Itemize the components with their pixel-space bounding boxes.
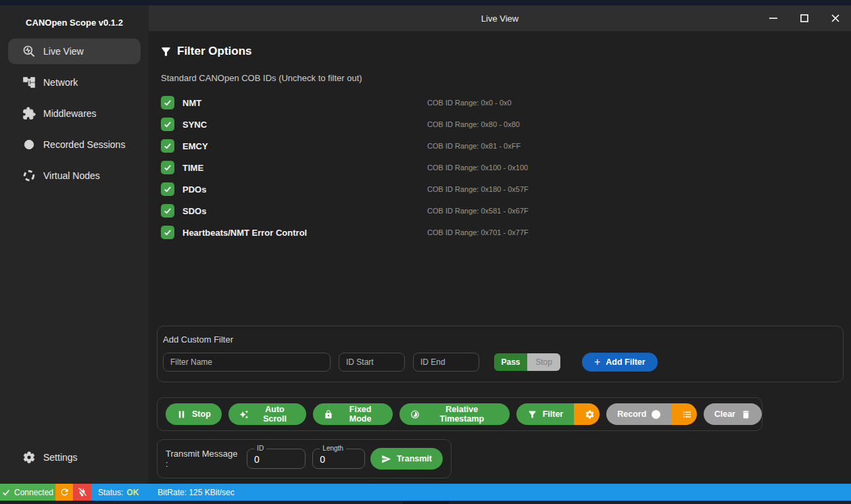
sidebar-item-live-view[interactable]: Live View [8, 39, 141, 64]
stop-label: Stop [192, 409, 211, 419]
sidebar-item-label: Live View [43, 46, 84, 57]
toolbar-panel: Stop Auto Scroll Fixed Mode Relative Tim… [157, 397, 762, 431]
connected-status-button[interactable]: Connected [0, 484, 55, 501]
cob-ids-subtitle: Standard CANOpen COB IDs (Uncheck to fil… [149, 58, 851, 83]
cob-range: COB ID Range: 0x180 - 0x57F [427, 185, 529, 193]
minimize-button[interactable] [758, 5, 789, 31]
transmit-length-field: Length [312, 449, 365, 469]
checkbox-checked[interactable] [161, 226, 174, 239]
stop-button[interactable]: Stop [166, 403, 222, 425]
status-value: OK [126, 488, 139, 497]
checkbox-checked[interactable] [161, 204, 174, 218]
add-custom-filter-title: Add Custom Filter [163, 334, 837, 345]
taskbar-peek [403, 501, 449, 504]
cob-row-nmt: NMT COB ID Range: 0x0 - 0x0 [149, 92, 851, 114]
plus-icon: + [594, 357, 600, 368]
fixed-mode-label: Fixed Mode [339, 405, 382, 424]
maximize-button[interactable] [789, 5, 820, 31]
filter-name-input[interactable] [163, 353, 331, 372]
refresh-icon [59, 487, 70, 497]
relative-timestamp-label: Relative Timestamp [425, 405, 499, 424]
sidebar-item-recorded-sessions[interactable]: Recorded Sessions [8, 132, 141, 157]
lock-icon [324, 409, 333, 420]
add-custom-filter-panel: Add Custom Filter Pass Stop + Add Filter [157, 326, 844, 382]
sidebar-nav: Live View Network Middlewares Recorded S… [8, 39, 141, 194]
transmit-id-field: ID [247, 449, 306, 469]
transmit-length-label: Length [320, 445, 346, 452]
cob-range: COB ID Range: 0x0 - 0x0 [427, 99, 512, 107]
cob-row-heartbeats: Heartbeats/NMT Error Control COB ID Rang… [149, 222, 851, 243]
pass-option[interactable]: Pass [494, 353, 527, 371]
close-button[interactable] [820, 5, 851, 31]
record-circle-icon [22, 137, 37, 152]
send-icon [381, 454, 391, 464]
pass-stop-toggle[interactable]: Pass Stop [494, 353, 560, 371]
connected-label: Connected [14, 488, 53, 497]
status-bar: Connected Status: OK BitRate: 125 KBit/s… [0, 484, 851, 501]
cob-id-list: NMT COB ID Range: 0x0 - 0x0 SYNC COB ID … [149, 92, 851, 243]
cob-range: COB ID Range: 0x100 - 0x100 [427, 163, 528, 172]
id-start-input[interactable] [339, 353, 405, 372]
cob-label: Heartbeats/NMT Error Control [183, 228, 307, 238]
fixed-mode-button[interactable]: Fixed Mode [313, 403, 393, 425]
puzzle-piece-icon [22, 106, 37, 121]
transmit-button[interactable]: Transmit [370, 448, 443, 470]
pause-icon [176, 409, 187, 420]
gear-icon [585, 409, 595, 420]
record-button[interactable]: Record [606, 403, 671, 425]
cob-range: COB ID Range: 0x80 - 0x80 [427, 120, 520, 128]
auto-scroll-label: Auto Scroll [254, 405, 296, 424]
transmit-message-label: Transmit Message : [166, 449, 240, 469]
id-end-input[interactable] [413, 353, 479, 372]
relative-timestamp-button[interactable]: Relative Timestamp [399, 403, 510, 425]
trash-icon [741, 409, 751, 420]
sidebar-item-virtual-nodes[interactable]: Virtual Nodes [8, 163, 141, 188]
cob-range: COB ID Range: 0x581 - 0x67F [427, 207, 529, 215]
list-icon [682, 409, 692, 420]
custom-filter-controls: Pass Stop + Add Filter [163, 353, 837, 372]
clear-button[interactable]: Clear [704, 403, 762, 425]
cob-row-sdos: SDOs COB ID Range: 0x581 - 0x67F [149, 200, 851, 222]
auto-scroll-button[interactable]: Auto Scroll [228, 403, 307, 425]
cob-range: COB ID Range: 0x701 - 0x77F [427, 228, 529, 236]
filter-button[interactable]: Filter [516, 403, 575, 425]
checkbox-checked[interactable] [161, 118, 174, 131]
sidebar-item-label: Recorded Sessions [43, 139, 125, 150]
cob-row-sync: SYNC COB ID Range: 0x80 - 0x80 [149, 114, 851, 135]
gear-icon [22, 450, 37, 465]
cob-row-pdos: PDOs COB ID Range: 0x180 - 0x57F [149, 178, 851, 200]
sidebar-item-settings[interactable]: Settings [8, 445, 141, 470]
checkbox-checked[interactable] [161, 161, 174, 174]
disconnect-button[interactable] [73, 484, 91, 501]
record-label: Record [617, 409, 646, 419]
timelapse-clock-icon [410, 409, 420, 420]
titlebar: Live View [149, 5, 851, 31]
transmit-length-input[interactable] [313, 449, 364, 468]
main-content: Filter Options Standard CANOpen COB IDs … [149, 31, 851, 484]
sidebar-item-network[interactable]: Network [8, 70, 141, 95]
sidebar-item-middlewares[interactable]: Middlewares [8, 101, 141, 126]
filter-label: Filter [543, 409, 564, 419]
record-list-button[interactable] [671, 403, 696, 425]
cob-row-emcy: EMCY COB ID Range: 0x81 - 0xFF [149, 135, 851, 157]
cob-label: EMCY [183, 141, 208, 151]
network-tree-icon [22, 75, 37, 90]
checkbox-checked[interactable] [161, 182, 174, 196]
reconnect-button[interactable] [55, 484, 73, 501]
sidebar-item-label: Network [43, 77, 78, 88]
cob-label: PDOs [183, 184, 206, 195]
scope-search-icon [22, 44, 37, 59]
dashed-circle-icon [22, 168, 37, 183]
app-window: CANOpen Scope v0.1.2 Live View Network M… [0, 0, 851, 504]
checkbox-checked[interactable] [161, 96, 174, 109]
sidebar-item-label: Middlewares [43, 108, 97, 119]
filter-settings-button[interactable] [574, 403, 600, 425]
checkbox-checked[interactable] [161, 139, 174, 153]
transmit-id-input[interactable] [247, 449, 305, 468]
record-button-group: Record [606, 403, 696, 425]
status-label: Status: [98, 488, 123, 497]
add-filter-button[interactable]: + Add Filter [582, 353, 658, 372]
cob-row-time: TIME COB ID Range: 0x100 - 0x100 [149, 157, 851, 178]
stop-option[interactable]: Stop [527, 353, 560, 371]
sidebar-item-label: Virtual Nodes [43, 170, 100, 181]
